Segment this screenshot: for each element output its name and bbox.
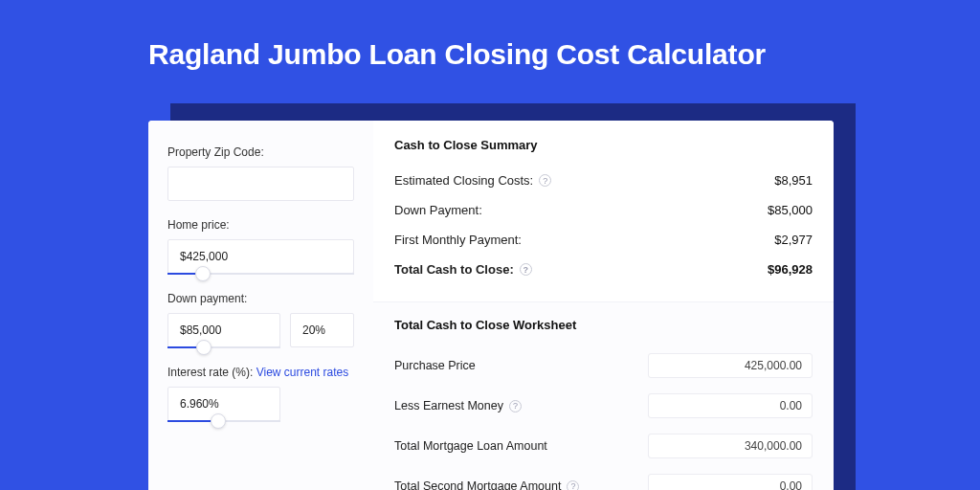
worksheet-panel: Total Cash to Close Worksheet Purchase P…: [373, 301, 834, 490]
summary-value: $2,977: [774, 233, 813, 247]
home-price-label: Home price:: [167, 218, 354, 232]
worksheet-row-purchase-price: Purchase Price: [394, 345, 813, 386]
summary-row-closing-costs: Estimated Closing Costs: ? $8,951: [394, 166, 813, 195]
summary-row-first-payment: First Monthly Payment: $2,977: [394, 225, 813, 255]
worksheet-value-input[interactable]: [648, 353, 813, 378]
home-price-input[interactable]: [167, 239, 354, 274]
worksheet-row-earnest-money: Less Earnest Money ?: [394, 386, 813, 426]
interest-rate-slider-thumb[interactable]: [211, 413, 226, 429]
help-icon[interactable]: ?: [567, 480, 579, 491]
summary-label: Down Payment:: [394, 203, 482, 217]
worksheet-row-mortgage-amount: Total Mortgage Loan Amount: [394, 426, 813, 466]
worksheet-row-second-mortgage: Total Second Mortgage Amount ?: [394, 466, 813, 490]
down-payment-amount-input[interactable]: [167, 313, 280, 347]
worksheet-value-input[interactable]: [648, 393, 813, 418]
summary-title: Cash to Close Summary: [394, 138, 813, 152]
home-price-slider-thumb[interactable]: [195, 266, 211, 281]
summary-label: Estimated Closing Costs:: [394, 173, 533, 188]
summary-value: $85,000: [768, 203, 813, 217]
field-interest-rate: Interest rate (%): View current rates: [167, 366, 354, 422]
worksheet-title: Total Cash to Close Worksheet: [394, 318, 813, 332]
home-price-slider[interactable]: [167, 273, 354, 275]
down-payment-slider[interactable]: [167, 346, 280, 348]
down-payment-slider-thumb[interactable]: [196, 340, 212, 355]
field-zip: Property Zip Code:: [167, 145, 354, 201]
summary-value: $8,951: [774, 173, 813, 188]
interest-rate-label: Interest rate (%): View current rates: [167, 366, 354, 379]
help-icon[interactable]: ?: [509, 400, 522, 412]
summary-row-down-payment: Down Payment: $85,000: [394, 195, 813, 225]
field-down-payment: Down payment:: [167, 292, 354, 348]
worksheet-label: Total Second Mortgage Amount: [394, 479, 561, 490]
view-rates-link[interactable]: View current rates: [256, 366, 349, 379]
zip-input[interactable]: [167, 167, 354, 201]
results-column: Cash to Close Summary Estimated Closing …: [373, 121, 834, 490]
field-home-price: Home price:: [167, 218, 354, 275]
down-payment-label: Down payment:: [167, 292, 354, 305]
worksheet-label: Less Earnest Money: [394, 399, 503, 412]
worksheet-value-input[interactable]: [648, 434, 813, 458]
inputs-column: Property Zip Code: Home price: Down paym…: [148, 121, 373, 490]
interest-rate-label-text: Interest rate (%):: [167, 366, 256, 379]
interest-rate-slider[interactable]: [167, 420, 280, 422]
worksheet-label: Total Mortgage Loan Amount: [394, 439, 547, 453]
summary-value: $96,928: [768, 262, 813, 277]
summary-label: Total Cash to Close:: [394, 262, 514, 277]
zip-label: Property Zip Code:: [167, 145, 354, 159]
summary-label: First Monthly Payment:: [394, 233, 522, 247]
summary-row-total: Total Cash to Close: ? $96,928: [394, 255, 813, 284]
help-icon[interactable]: ?: [539, 174, 551, 187]
worksheet-label: Purchase Price: [394, 359, 476, 372]
calculator-card: Property Zip Code: Home price: Down paym…: [148, 121, 834, 490]
worksheet-value-input[interactable]: [648, 474, 813, 490]
help-icon[interactable]: ?: [520, 263, 532, 276]
page-title: Ragland Jumbo Loan Closing Cost Calculat…: [0, 0, 980, 71]
down-payment-percent-input[interactable]: [290, 313, 354, 347]
